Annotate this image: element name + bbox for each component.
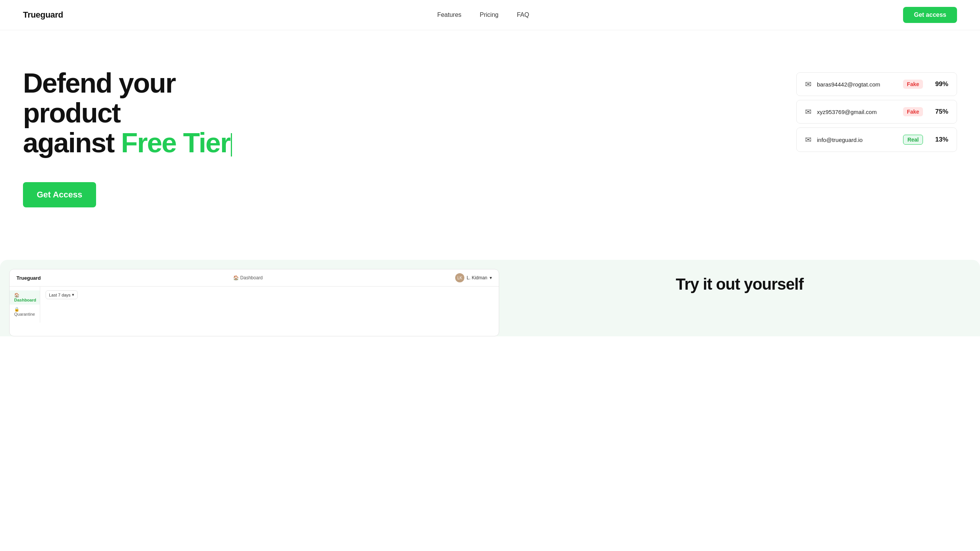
email-card-2: ✉ info@trueguard.io Real 13% [796,127,957,152]
email-cards-panel: ✉ baras94442@rogtat.com Fake 99% ✉ xyz95… [796,72,957,152]
status-badge-2: Real [903,135,923,145]
navbar: Trueguard Features Pricing FAQ Get acces… [0,0,980,30]
hero-get-access-button[interactable]: Get Access [23,182,96,207]
hero-section: Defend your product against Free Tier Ge… [0,30,980,245]
nav-item-features[interactable]: Features [437,11,461,18]
hero-headline-green: Free Tier [121,127,230,158]
avatar: LK [455,273,464,282]
status-badge-1: Fake [903,107,923,116]
email-address-1: xyz953769@gmail.com [817,109,898,115]
dashboard-body: 🏠 Dashboard 🔒 Quarantine Last 7 days ▾ [10,287,499,323]
nav-links: Features Pricing FAQ [437,11,529,18]
dashboard-sidebar: 🏠 Dashboard 🔒 Quarantine [10,287,40,323]
status-badge-0: Fake [903,80,923,89]
chevron-down-icon: ▾ [490,275,492,280]
try-it-heading: Try it out yourself [676,275,803,293]
nav-item-faq[interactable]: FAQ [517,11,529,18]
hero-cursor [231,133,232,156]
try-it-section: Try it out yourself [499,260,980,336]
percent-2: 13% [932,136,948,143]
dashboard-logo: Trueguard [16,275,41,281]
email-icon-2: ✉ [805,135,812,144]
logo: Trueguard [23,10,63,20]
dashboard-preview: Trueguard 🏠 Dashboard LK L. Kidman ▾ 🏠 D… [9,269,499,336]
hero-headline: Defend your product against Free Tier [23,68,245,158]
dashboard-topbar: Trueguard 🏠 Dashboard LK L. Kidman ▾ [10,269,499,287]
hero-headline-line1: Defend your product [23,68,175,128]
email-address-0: baras94442@rogtat.com [817,81,898,88]
email-card-0: ✉ baras94442@rogtat.com Fake 99% [796,72,957,96]
percent-0: 99% [932,80,948,88]
email-icon-1: ✉ [805,107,812,116]
email-address-2: info@trueguard.io [817,137,898,143]
percent-1: 75% [932,108,948,116]
hero-left: Defend your product against Free Tier Ge… [23,61,245,207]
dashboard-breadcrumb: 🏠 Dashboard [233,275,263,280]
sidebar-item-dashboard[interactable]: 🏠 Dashboard [10,290,40,305]
email-icon-0: ✉ [805,80,812,89]
dashboard-user: LK L. Kidman ▾ [455,273,492,282]
sidebar-item-quarantine[interactable]: 🔒 Quarantine [10,305,40,319]
nav-item-pricing[interactable]: Pricing [480,11,498,18]
nav-get-access-button[interactable]: Get access [903,7,957,23]
dashboard-content: Last 7 days ▾ [40,287,499,323]
date-filter[interactable]: Last 7 days ▾ [46,290,78,299]
chevron-down-icon: ▾ [72,292,74,297]
hero-headline-line2-prefix: against [23,127,121,158]
email-card-1: ✉ xyz953769@gmail.com Fake 75% [796,100,957,124]
bottom-section: Trueguard 🏠 Dashboard LK L. Kidman ▾ 🏠 D… [0,260,980,336]
